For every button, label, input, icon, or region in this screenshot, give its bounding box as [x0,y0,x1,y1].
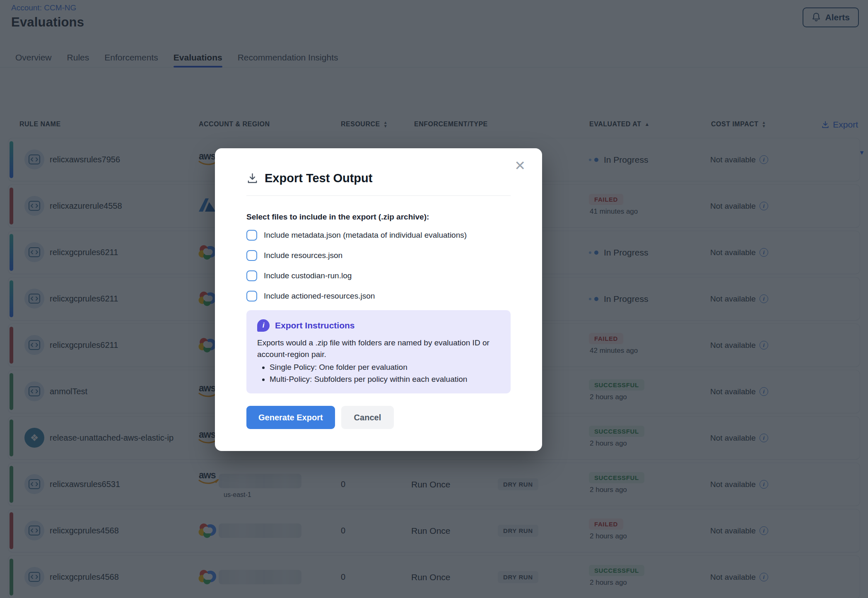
instructions-bullet: Single Policy: One folder per evaluation [270,361,500,373]
checkbox-label: Include custodian-run.log [264,271,352,280]
instructions-title: Export Instructions [275,321,355,330]
modal-actions: Generate Export Cancel [246,406,511,429]
checkbox[interactable] [246,270,257,281]
instructions-body: Exports would a .zip file with folders a… [257,337,500,360]
export-file-options: Include metadata.json (metadata of indiv… [246,229,511,302]
checkbox-label: Include resources.json [264,251,342,260]
checkbox-include-resources[interactable]: Include resources.json [246,249,511,262]
checkbox[interactable] [246,230,257,241]
checkbox-include-custodian-run-log[interactable]: Include custodian-run.log [246,270,511,282]
download-icon [246,172,258,184]
generate-export-button[interactable]: Generate Export [246,406,335,429]
instructions-bullet: Multi-Policy: Subfolders per policy with… [270,373,500,385]
checkbox-include-metadata[interactable]: Include metadata.json (metadata of indiv… [246,229,511,241]
checkbox-label: Include actioned-resources.json [264,292,375,301]
info-bubble-icon: i [257,319,270,332]
select-files-label: Select files to include in the export (.… [246,212,511,222]
close-icon[interactable]: ✕ [514,159,526,172]
instructions-bullets: Single Policy: One folder per evaluation… [270,361,500,385]
checkbox[interactable] [246,291,257,301]
cancel-button[interactable]: Cancel [341,406,394,429]
export-test-output-modal: ✕ Export Test Output Select files to inc… [215,148,542,451]
modal-title: Export Test Output [265,171,372,185]
checkbox-label: Include metadata.json (metadata of indiv… [264,231,467,240]
export-instructions-box: i Export Instructions Exports would a .z… [246,310,511,393]
checkbox-include-actioned-resources[interactable]: Include actioned-resources.json [246,290,511,302]
modal-divider [246,195,511,196]
checkbox[interactable] [246,250,257,261]
modal-title-row: Export Test Output [246,171,511,186]
